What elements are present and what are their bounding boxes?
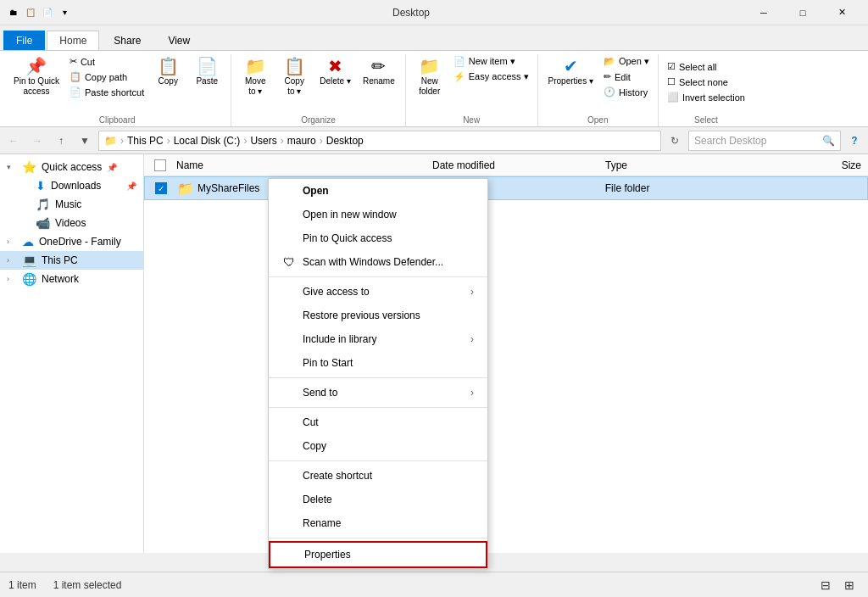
open-button[interactable]: 📂 Open ▾ — [600, 54, 653, 69]
network-icon: 🌐 — [22, 272, 36, 286]
ctx-cut[interactable]: Cut — [269, 410, 487, 434]
header-name[interactable]: Name — [173, 159, 429, 171]
invert-selection-button[interactable]: ⬜ Invert selection — [664, 90, 748, 104]
rename-button[interactable]: ✏ Rename — [358, 54, 400, 90]
details-view-button[interactable]: ⊟ — [815, 575, 836, 595]
tab-share[interactable]: Share — [101, 31, 153, 50]
paste-icon: 📄 — [197, 58, 218, 75]
sidebar-item-music[interactable]: 🎵 Music — [14, 195, 143, 214]
select-label: Select — [664, 114, 748, 126]
newfolder-icon: 📁 — [419, 58, 440, 75]
paste-button[interactable]: 📄 Paste — [188, 54, 225, 90]
paste-shortcut-icon: 📄 — [70, 86, 81, 98]
close-button[interactable]: ✕ — [822, 0, 861, 25]
breadcrumb-desktop[interactable]: Desktop — [326, 135, 364, 147]
ctx-copy[interactable]: Copy — [269, 434, 487, 458]
sidebar-item-downloads[interactable]: ⬇ Downloads 📌 — [14, 176, 143, 195]
submenu-arrow: › — [470, 286, 474, 298]
ctx-create-shortcut[interactable]: Create shortcut — [269, 464, 487, 488]
ctx-delete[interactable]: Delete — [269, 488, 487, 511]
up-button[interactable]: ↑ — [51, 131, 71, 151]
copy-button[interactable]: 📋 Copy — [149, 54, 186, 90]
copy-path-button[interactable]: 📋 Copy path — [66, 70, 147, 84]
breadcrumb-mauro[interactable]: mauro — [287, 135, 316, 147]
separator1 — [269, 276, 487, 277]
breadcrumb-local-disk[interactable]: Local Disk (C:) — [174, 135, 241, 147]
ctx-open-new-window[interactable]: Open in new window — [269, 203, 487, 226]
tab-home[interactable]: Home — [47, 31, 99, 50]
minimize-button[interactable]: ─ — [744, 0, 783, 25]
easy-access-button[interactable]: ⚡ Easy access ▾ — [450, 70, 532, 84]
sidebar-item-label: Quick access — [42, 161, 102, 173]
page-title: Desktop — [78, 7, 744, 19]
move-to-button[interactable]: 📁 Moveto ▾ — [236, 54, 274, 100]
submenu-arrow3: › — [470, 387, 474, 399]
new-item-button[interactable]: 📄 New item ▾ — [450, 54, 532, 69]
tab-file[interactable]: File — [3, 31, 45, 50]
ctx-open[interactable]: Open — [269, 179, 487, 203]
forward-button[interactable]: → — [27, 131, 47, 151]
sidebar-item-this-pc[interactable]: › 💻 This PC — [0, 251, 143, 270]
header-type[interactable]: Type — [602, 159, 775, 171]
ctx-pin-quick-access[interactable]: Pin to Quick access — [269, 226, 487, 250]
breadcrumb-item[interactable]: 📁 — [104, 135, 117, 147]
ctx-give-access[interactable]: Give access to › — [269, 280, 487, 304]
copy-to-button[interactable]: 📋 Copyto ▾ — [275, 54, 313, 100]
separator4 — [269, 460, 487, 461]
filelist-header: Name Date modified Type Size — [144, 154, 868, 176]
file-checkbox[interactable]: ✓ — [155, 182, 167, 194]
history-button[interactable]: 🕐 History — [600, 85, 653, 99]
sidebar-item-videos[interactable]: 📹 Videos — [14, 214, 143, 232]
header-size[interactable]: Size — [775, 159, 865, 171]
edit-button[interactable]: ✏ Edit — [600, 70, 653, 84]
ctx-scan-defender[interactable]: 🛡 Scan with Windows Defender... — [269, 250, 487, 274]
table-row[interactable]: ✓ 📁 MyShareFiles File folder — [144, 176, 868, 200]
folder-icon: 📁 — [177, 181, 194, 197]
select-none-button[interactable]: ☐ Select none — [664, 75, 748, 89]
select-all-checkbox[interactable] — [154, 159, 166, 171]
separator3 — [269, 407, 487, 408]
header-checkbox[interactable] — [147, 159, 173, 171]
help-button[interactable]: ? — [844, 131, 865, 151]
tab-view[interactable]: View — [155, 31, 203, 50]
back-button[interactable]: ← — [3, 131, 24, 151]
edit-icon: ✏ — [604, 71, 611, 82]
recent-button[interactable]: ▼ — [75, 131, 95, 151]
breadcrumb-users[interactable]: Users — [250, 135, 276, 147]
context-menu: Open Open in new window Pin to Quick acc… — [268, 178, 488, 569]
large-icons-view-button[interactable]: ⊞ — [839, 575, 860, 595]
header-date[interactable]: Date modified — [429, 159, 602, 171]
maximize-button[interactable]: □ — [783, 0, 822, 25]
history-icon: 🕐 — [604, 86, 615, 98]
breadcrumb-this-pc[interactable]: This PC — [127, 135, 164, 147]
ctx-restore-versions[interactable]: Restore previous versions — [269, 304, 487, 327]
ctx-pin-start[interactable]: Pin to Start — [269, 351, 487, 375]
properties-button[interactable]: ✔ Properties ▾ — [543, 54, 598, 90]
delete-button[interactable]: ✖ Delete ▾ — [314, 54, 356, 90]
breadcrumb[interactable]: 📁 › This PC › Local Disk (C:) › Users › … — [98, 131, 661, 151]
ctx-restore-icon — [282, 309, 296, 322]
sidebar-item-network[interactable]: › 🌐 Network — [0, 270, 143, 288]
refresh-button[interactable]: ↻ — [665, 131, 685, 151]
row-checkbox[interactable]: ✓ — [148, 182, 174, 194]
qat-dropdown[interactable]: ▾ — [58, 6, 71, 20]
ctx-rename[interactable]: Rename — [269, 511, 487, 535]
select-all-button[interactable]: ☑ Select all — [664, 59, 748, 74]
copy-icon: 📋 — [158, 58, 179, 75]
search-icon[interactable]: 🔍 — [822, 135, 835, 147]
open-buttons: ✔ Properties ▾ 📂 Open ▾ ✏ Edit 🕐 History — [543, 54, 653, 114]
ctx-properties[interactable]: Properties — [269, 541, 487, 568]
new-folder-button[interactable]: 📁 Newfolder — [411, 54, 448, 100]
sidebar-item-onedrive[interactable]: › ☁ OneDrive - Family — [0, 232, 143, 251]
ctx-open-icon — [282, 184, 296, 198]
paste-shortcut-button[interactable]: 📄 Paste shortcut — [66, 85, 147, 99]
ctx-include-library[interactable]: Include in library › — [269, 327, 487, 351]
search-box[interactable]: Search Desktop 🔍 — [688, 131, 841, 151]
delete-icon: ✖ — [328, 58, 342, 75]
sidebar-item-quick-access[interactable]: ▾ ⭐ Quick access 📌 — [0, 158, 143, 176]
ctx-send-to[interactable]: Send to › — [269, 381, 487, 405]
pin-to-quick-access-button[interactable]: 📌 Pin to Quickaccess — [8, 54, 64, 100]
properties-icon: ✔ — [564, 58, 578, 75]
cut-button[interactable]: ✂ Cut — [66, 54, 147, 69]
ribbon-group-organize: 📁 Moveto ▾ 📋 Copyto ▾ ✖ Delete ▾ ✏ Renam… — [231, 54, 406, 126]
